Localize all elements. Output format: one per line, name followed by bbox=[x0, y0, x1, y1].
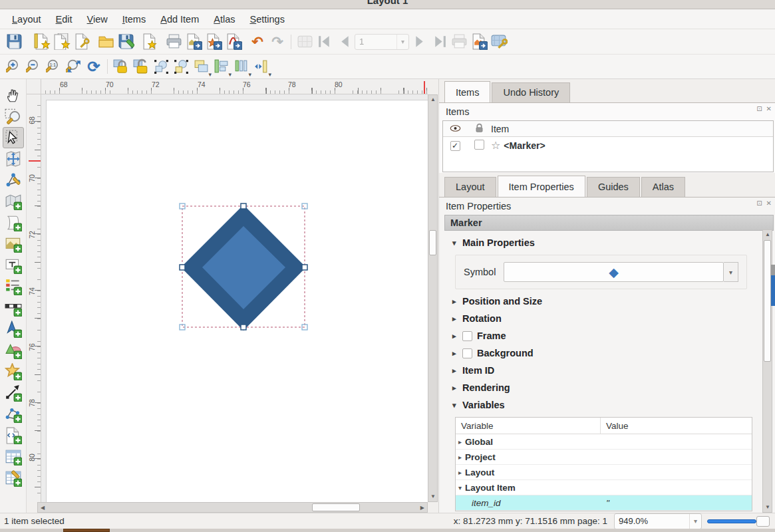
menu-edit[interactable]: Edit bbox=[49, 11, 79, 27]
frame-checkbox[interactable] bbox=[462, 331, 472, 341]
refresh-button[interactable]: ⟳ bbox=[84, 57, 104, 76]
symbol-preview-button[interactable]: ◆ bbox=[504, 262, 724, 282]
canvas-vertical-scrollbar[interactable]: ▲ ▼ bbox=[428, 94, 438, 502]
section-item-id[interactable]: ▸ Item ID bbox=[452, 365, 763, 376]
atlas-settings-button[interactable] bbox=[489, 32, 509, 52]
add-node-item-tool[interactable] bbox=[3, 404, 24, 425]
zoom-level-combo[interactable]: 949.0% ▾ bbox=[614, 513, 702, 529]
variable-group-global[interactable]: ▸ Global bbox=[456, 434, 752, 450]
scroll-right-icon[interactable]: ▶ bbox=[420, 505, 424, 511]
section-main-properties[interactable]: ▾ Main Properties bbox=[452, 237, 763, 248]
preview-atlas-button[interactable] bbox=[295, 32, 315, 52]
menu-add-item[interactable]: Add Item bbox=[154, 11, 206, 27]
lock-items-button[interactable] bbox=[111, 57, 131, 76]
export-svg-button[interactable] bbox=[204, 32, 224, 52]
marker-item[interactable] bbox=[168, 192, 321, 344]
lock-checkbox[interactable] bbox=[474, 140, 484, 150]
scroll-up-icon[interactable]: ▲ bbox=[765, 232, 770, 237]
print-atlas-button[interactable] bbox=[449, 32, 469, 52]
first-feature-button[interactable] bbox=[315, 32, 335, 52]
section-variables[interactable]: ▾ Variables bbox=[452, 400, 763, 410]
close-panel-icon[interactable]: ✕ bbox=[766, 200, 772, 207]
save-as-template-button[interactable] bbox=[116, 32, 136, 52]
background-checkbox[interactable] bbox=[462, 348, 472, 358]
save-project-button[interactable] bbox=[4, 32, 24, 52]
move-item-content-tool[interactable] bbox=[3, 148, 24, 170]
edit-nodes-item-tool[interactable] bbox=[3, 170, 24, 191]
scrollbar-thumb[interactable] bbox=[764, 240, 771, 362]
add-attribute-table-tool[interactable] bbox=[3, 446, 24, 467]
close-panel-icon[interactable]: ✕ bbox=[766, 105, 772, 112]
section-rendering[interactable]: ▸ Rendering bbox=[452, 382, 763, 393]
zoom-out-button[interactable] bbox=[24, 57, 44, 76]
resize-items-dropdown-icon[interactable]: ▾ bbox=[268, 71, 271, 78]
add-picture-tool[interactable] bbox=[3, 233, 24, 255]
tab-atlas[interactable]: Atlas bbox=[641, 177, 685, 197]
layout-manager-button[interactable] bbox=[72, 32, 92, 52]
undo-button[interactable]: ↶ bbox=[247, 32, 267, 52]
add-north-arrow-tool[interactable] bbox=[3, 319, 24, 340]
distribute-items-button[interactable]: ▾ bbox=[231, 57, 251, 76]
tab-undo-history[interactable]: Undo History bbox=[492, 82, 570, 102]
add-legend-tool[interactable] bbox=[3, 276, 24, 297]
section-background[interactable]: ▸ Background bbox=[452, 348, 763, 358]
tab-item-properties[interactable]: Item Properties bbox=[498, 176, 585, 197]
ungroup-items-button[interactable] bbox=[171, 57, 191, 76]
section-frame[interactable]: ▸ Frame bbox=[452, 331, 763, 341]
menu-atlas[interactable]: Atlas bbox=[207, 11, 241, 27]
align-items-button[interactable]: ▾ bbox=[211, 57, 231, 76]
pan-tool[interactable] bbox=[3, 84, 24, 106]
print-button[interactable] bbox=[164, 32, 184, 52]
section-position-and-size[interactable]: ▸ Position and Size bbox=[452, 296, 763, 307]
add-html-tool[interactable] bbox=[3, 425, 24, 446]
zoom-full-button[interactable] bbox=[64, 57, 84, 76]
unlock-all-button[interactable] bbox=[131, 57, 151, 76]
zoom-slider-handle[interactable] bbox=[756, 516, 770, 527]
float-panel-icon[interactable]: ⊡ bbox=[756, 200, 762, 207]
atlas-page-dropdown-icon[interactable]: ▾ bbox=[396, 35, 408, 49]
group-items-button[interactable] bbox=[151, 57, 171, 76]
zoom-in-button[interactable] bbox=[4, 57, 24, 76]
zoom-tool[interactable] bbox=[3, 106, 24, 127]
symbol-dropdown-button[interactable]: ▾ bbox=[724, 262, 738, 282]
layout-canvas[interactable] bbox=[41, 94, 428, 502]
atlas-page-combo[interactable]: 1 ▾ bbox=[355, 34, 409, 50]
section-rotation[interactable]: ▸ Rotation bbox=[452, 313, 763, 324]
menu-layout[interactable]: Layout bbox=[5, 11, 48, 27]
scrollbar-thumb[interactable] bbox=[429, 230, 436, 255]
scrollbar-thumb[interactable] bbox=[312, 503, 360, 511]
export-pdf-button[interactable] bbox=[224, 32, 243, 52]
new-layout-button[interactable] bbox=[32, 32, 52, 52]
previous-feature-button[interactable] bbox=[335, 32, 355, 52]
open-template-button[interactable] bbox=[96, 32, 116, 52]
float-panel-icon[interactable]: ⊡ bbox=[756, 105, 762, 112]
zoom-slider-track[interactable] bbox=[707, 519, 756, 523]
add-label-tool[interactable] bbox=[3, 255, 24, 276]
export-image-button[interactable] bbox=[184, 32, 204, 52]
add-marker-tool[interactable] bbox=[3, 361, 24, 382]
redo-button[interactable]: ↷ bbox=[267, 32, 287, 52]
tab-items[interactable]: Items bbox=[444, 81, 490, 102]
add-fixed-table-tool[interactable] bbox=[3, 467, 24, 489]
add-arrow-tool[interactable] bbox=[3, 382, 24, 404]
select-move-item-tool[interactable] bbox=[3, 127, 24, 148]
resize-items-button[interactable]: ▾ bbox=[251, 57, 271, 76]
menu-items[interactable]: Items bbox=[116, 11, 152, 27]
tab-layout[interactable]: Layout bbox=[444, 177, 496, 197]
scroll-up-icon[interactable]: ▲ bbox=[430, 97, 436, 102]
item-row-marker[interactable]: ✓ ☆ <Marker> bbox=[443, 137, 773, 154]
zoom-slider[interactable] bbox=[707, 516, 766, 527]
export-atlas-button[interactable] bbox=[469, 32, 489, 52]
visibility-checkbox[interactable]: ✓ bbox=[450, 141, 460, 151]
next-feature-button[interactable] bbox=[409, 32, 429, 52]
scroll-down-icon[interactable]: ▼ bbox=[430, 494, 436, 499]
last-feature-button[interactable] bbox=[429, 32, 449, 52]
duplicate-layout-button[interactable] bbox=[52, 32, 72, 52]
zoom-actual-button[interactable]: 1:1 bbox=[44, 57, 64, 76]
variable-group-layout-item[interactable]: ▾ Layout Item bbox=[456, 480, 752, 495]
canvas-horizontal-scrollbar[interactable]: ◀ ▶ bbox=[37, 502, 428, 513]
add-scale-bar-tool[interactable] bbox=[3, 297, 24, 319]
variable-row-item-id[interactable]: item_id '' bbox=[456, 495, 752, 511]
menu-settings[interactable]: Settings bbox=[243, 11, 291, 27]
menu-view[interactable]: View bbox=[80, 11, 114, 27]
